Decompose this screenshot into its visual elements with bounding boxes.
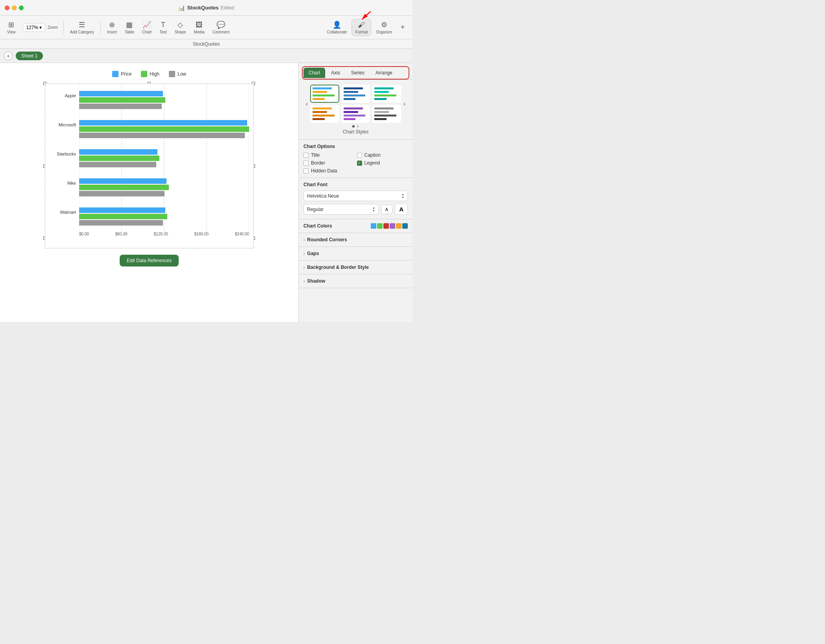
font-style-value: Regular xyxy=(307,207,324,212)
bar-fill xyxy=(79,214,167,219)
chart-button[interactable]: 📈 Chart xyxy=(139,19,155,36)
view-icon: ⊞ xyxy=(8,20,14,29)
table-button[interactable]: ▦ Table xyxy=(122,19,137,36)
sheet-tab-bar: + Sheet 1 xyxy=(0,49,412,63)
color-swatch-4[interactable] xyxy=(390,223,395,229)
zoom-button[interactable]: 127% ▾ xyxy=(23,23,46,32)
option-border-label: Border xyxy=(311,160,325,166)
insert-icon: ⊕ xyxy=(109,20,115,29)
bar-low-starbucks xyxy=(79,162,249,167)
color-swatch-1[interactable] xyxy=(371,223,376,229)
font-style-select[interactable]: Regular ▲ ▼ xyxy=(303,204,379,215)
format-label: Format xyxy=(355,30,368,34)
font-size-large-label: A xyxy=(399,206,403,213)
maximize-button[interactable] xyxy=(19,6,24,10)
chart-styles-grid xyxy=(310,85,401,123)
chart-style-4[interactable] xyxy=(310,105,339,123)
window-title: StockQuotes xyxy=(187,5,218,11)
font-name-select[interactable]: Helvetica Neue ▲ ▼ xyxy=(303,191,408,201)
bar-fill xyxy=(79,207,165,213)
color-swatch-5[interactable] xyxy=(396,223,401,229)
close-button[interactable] xyxy=(5,6,9,10)
checkbox-title[interactable] xyxy=(303,153,309,158)
chart-wrapper: AppleMicrosoftStarbucksNikeWalmart $0.00… xyxy=(45,83,253,248)
add-category-button[interactable]: ☰ Add Category xyxy=(67,19,97,36)
bar-high-walmart xyxy=(79,214,249,219)
checkbox-caption[interactable] xyxy=(357,153,362,158)
color-swatch-3[interactable] xyxy=(383,223,389,229)
bar-low-nike xyxy=(79,191,249,196)
zoom-control[interactable]: 127% ▾ Zoom xyxy=(20,23,60,32)
gaps-arrow: › xyxy=(303,252,305,256)
shadow-section[interactable]: › Shadow xyxy=(299,274,412,288)
checkbox-hidden-data[interactable] xyxy=(303,168,309,174)
carousel-dot-1 xyxy=(352,125,355,128)
chart-colors-title: Chart Colors xyxy=(303,223,332,229)
text-button[interactable]: T Text xyxy=(156,19,170,36)
legend-item-high: High xyxy=(141,71,159,77)
add-button[interactable]: + xyxy=(397,22,409,33)
organize-label: Organize xyxy=(376,30,392,34)
tab-series[interactable]: Series xyxy=(346,68,370,78)
minimize-button[interactable] xyxy=(12,6,17,10)
sheet-tab-1[interactable]: Sheet 1 xyxy=(16,52,43,60)
chart-font-section: Chart Font Helvetica Neue ▲ ▼ Regular ▲ … xyxy=(299,178,412,219)
bar-price-starbucks xyxy=(79,149,249,155)
checkbox-legend[interactable]: ✓ xyxy=(357,161,362,166)
insert-button[interactable]: ⊕ Insert xyxy=(104,19,120,36)
tab-arrange[interactable]: Arrange xyxy=(370,68,398,78)
collaborate-label: Collaborate xyxy=(327,30,347,34)
format-button[interactable]: 🖌 Format xyxy=(351,19,371,36)
bar-fill xyxy=(79,155,159,161)
shape-icon: ◇ xyxy=(178,20,183,29)
chart-style-5[interactable] xyxy=(341,105,370,123)
chart-style-3[interactable] xyxy=(372,85,401,103)
legend-color-price xyxy=(112,71,118,77)
carousel-prev[interactable]: ‹ xyxy=(303,100,310,108)
font-size-small-button[interactable]: A xyxy=(381,205,392,214)
bar-label-microsoft: Microsoft xyxy=(48,122,76,127)
rounded-corners-arrow: › xyxy=(303,238,305,242)
chart-row-microsoft: Microsoft xyxy=(79,119,249,139)
sheet-tab-label: Sheet 1 xyxy=(21,53,37,59)
color-swatch-6[interactable] xyxy=(402,223,408,229)
bar-label-starbucks: Starbucks xyxy=(48,152,76,156)
shape-button[interactable]: ◇ Shape xyxy=(172,19,189,36)
panel-tab-area: Chart Axis Series Arrange xyxy=(299,63,412,80)
font-size-large-button[interactable]: A xyxy=(395,204,408,215)
view-button[interactable]: ⊞ View xyxy=(4,19,19,36)
bar-fill xyxy=(79,104,162,109)
color-swatch-2[interactable] xyxy=(377,223,383,229)
gaps-section[interactable]: › Gaps xyxy=(299,247,412,261)
organize-button[interactable]: ⚙ Organize xyxy=(373,19,395,36)
comment-button[interactable]: 💬 Comment xyxy=(209,19,233,36)
option-title: Title xyxy=(303,152,355,158)
add-sheet-button[interactable]: + xyxy=(4,52,13,60)
carousel-next[interactable]: › xyxy=(401,100,408,108)
arrow-up-2: ▲ xyxy=(372,206,375,209)
option-hidden-data-label: Hidden Data xyxy=(311,168,337,174)
legend-label-low: Low xyxy=(178,71,186,77)
bg-border-section[interactable]: › Background & Border Style xyxy=(299,261,412,274)
view-label: View xyxy=(7,30,16,34)
rounded-corners-section[interactable]: › Rounded Corners xyxy=(299,233,412,247)
bar-price-apple xyxy=(79,91,249,96)
chart-style-2[interactable] xyxy=(341,85,370,103)
traffic-lights xyxy=(5,6,24,10)
bar-price-microsoft xyxy=(79,120,249,126)
tab-axis[interactable]: Axis xyxy=(326,68,345,78)
color-swatches[interactable] xyxy=(371,223,408,229)
chart-style-6[interactable] xyxy=(372,105,401,123)
checkbox-border[interactable] xyxy=(303,161,309,166)
collaborate-button[interactable]: 👤 Collaborate xyxy=(324,19,350,36)
tab-chart[interactable]: Chart xyxy=(303,68,325,78)
bar-fill xyxy=(79,91,163,96)
edit-data-references-button[interactable]: Edit Data References xyxy=(120,255,179,266)
legend-item-price: Price xyxy=(112,71,131,77)
chart-styles-placeholder xyxy=(310,85,401,123)
chart-style-1[interactable] xyxy=(310,85,339,103)
bar-high-microsoft xyxy=(79,126,249,132)
legend-color-high xyxy=(141,71,147,77)
media-button[interactable]: 🖼 Media xyxy=(191,19,208,36)
option-caption-label: Caption xyxy=(364,152,381,158)
